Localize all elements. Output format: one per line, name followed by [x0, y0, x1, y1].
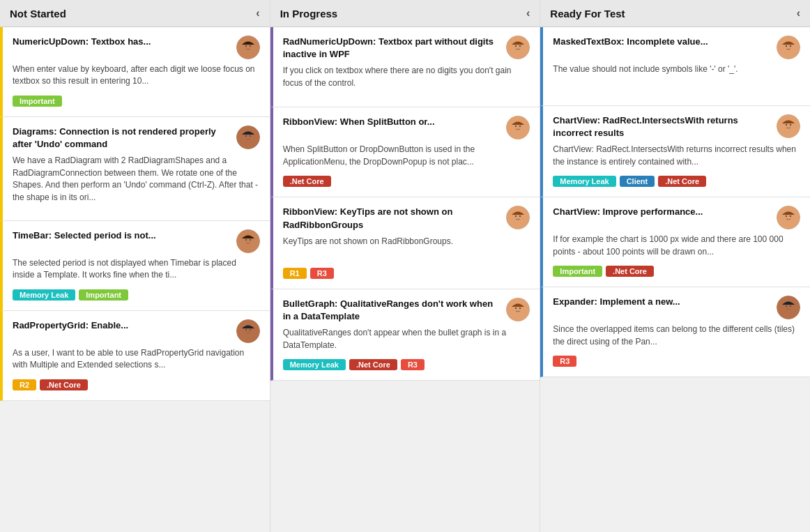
card-tag[interactable]: Memory Leak — [283, 359, 346, 370]
svg-point-23 — [515, 45, 517, 47]
card-title: TimeBar: Selected period is not... — [13, 229, 156, 242]
column-collapse-ready-for-test[interactable]: ‹ — [797, 7, 800, 20]
card[interactable]: MaskedTextBox: Incomplete value... The v… — [540, 27, 810, 106]
avatar — [236, 36, 260, 59]
svg-point-19 — [249, 329, 250, 330]
card-description: When SplitButton or DropDownButton is us… — [283, 144, 530, 169]
card-top: TimeBar: Selected period is not... — [13, 229, 260, 253]
card-tag[interactable]: .Net Core — [658, 176, 706, 187]
card-tag[interactable]: Important — [553, 266, 602, 277]
card-tags: Memory Leak.Net CoreR3 — [283, 359, 530, 370]
card-top: Diagrams: Connection is not rendered pro… — [13, 126, 260, 151]
card-top: ChartView: Improve performance... — [553, 206, 800, 229]
column-collapse-not-started[interactable]: ‹ — [256, 7, 259, 20]
svg-point-48 — [786, 124, 787, 126]
card-tags: R3 — [553, 356, 800, 367]
card-tag[interactable]: R2 — [13, 379, 36, 390]
card-title: Expander: Implement a new... — [553, 296, 680, 308]
card-description: ChartView: RadRect.IntersectsWith return… — [553, 144, 800, 169]
column-header-in-progress: In Progress‹ — [270, 0, 540, 27]
avatar — [777, 296, 800, 319]
card-description: We have a RadDiagram with 2 RadDiagramSh… — [13, 155, 260, 204]
avatar — [777, 114, 800, 138]
card-tag[interactable]: .Net Core — [40, 379, 88, 390]
column-not-started: Not Started‹NumericUpDown: Textbox has..… — [0, 0, 270, 532]
card-tag[interactable]: R1 — [283, 268, 307, 279]
svg-point-39 — [519, 307, 521, 309]
column-collapse-in-progress[interactable]: ‹ — [526, 7, 530, 20]
svg-point-29 — [519, 126, 521, 127]
card[interactable]: RadPropertyGrid: Enable... As a user, I … — [0, 311, 270, 401]
card-title: ChartView: RadRect.IntersectsWith return… — [553, 114, 765, 139]
svg-point-44 — [790, 45, 791, 47]
card-tags: Important.Net Core — [553, 266, 800, 277]
svg-point-9 — [249, 135, 250, 137]
avatar — [506, 36, 530, 59]
svg-point-28 — [515, 126, 517, 127]
column-ready-for-test: Ready For Test‹MaskedTextBox: Incomplete… — [540, 0, 810, 532]
card-title: RadPropertyGrid: Enable... — [13, 319, 128, 332]
svg-point-58 — [786, 305, 787, 307]
card-title: MaskedTextBox: Incomplete value... — [553, 36, 708, 48]
svg-point-53 — [786, 215, 787, 217]
card[interactable]: ChartView: Improve performance... If for… — [540, 197, 810, 287]
card[interactable]: TimeBar: Selected period is not... The s… — [0, 221, 270, 311]
card-tag[interactable]: R3 — [310, 268, 334, 279]
card-top: NumericUpDown: Textbox has... — [13, 36, 260, 59]
card[interactable]: Expander: Implement a new... Since the o… — [540, 287, 810, 377]
avatar — [236, 229, 260, 253]
svg-point-24 — [519, 45, 521, 47]
card[interactable]: RibbonView: KeyTips are not shown on Rad… — [270, 197, 540, 289]
avatar — [506, 298, 530, 321]
card-tag[interactable]: Memory Leak — [13, 289, 75, 301]
card-tag[interactable]: .Net Core — [283, 176, 331, 187]
card[interactable]: RadNumericUpDown: Textbox part without d… — [270, 27, 540, 107]
card-tags: Memory LeakImportant — [13, 289, 260, 301]
card-tag[interactable]: Memory Leak — [553, 176, 616, 187]
card-tag[interactable]: Important — [13, 96, 62, 107]
card[interactable]: ChartView: RadRect.IntersectsWith return… — [540, 106, 810, 197]
card[interactable]: NumericUpDown: Textbox has... When enter… — [0, 27, 270, 117]
avatar — [236, 319, 260, 343]
card-description: If for example the chart is 1000 px wide… — [553, 234, 800, 259]
card-description: The value should not include symbols lik… — [553, 63, 800, 89]
card-description: As a user, I want to be able to use RadP… — [13, 347, 260, 372]
svg-point-14 — [249, 239, 250, 241]
card-tags: Important — [13, 96, 260, 107]
card-tag[interactable]: R3 — [553, 356, 576, 367]
card-tag[interactable]: Client — [620, 176, 655, 187]
card-top: RibbonView: KeyTips are not shown on Rad… — [283, 206, 530, 231]
column-header-ready-for-test: Ready For Test‹ — [540, 0, 810, 27]
card[interactable]: Diagrams: Connection is not rendered pro… — [0, 117, 270, 221]
column-title-in-progress: In Progress — [280, 8, 338, 20]
card-top: Expander: Implement a new... — [553, 296, 800, 319]
card-title: ChartView: Improve performance... — [553, 206, 703, 218]
card-top: RadNumericUpDown: Textbox part without d… — [283, 36, 530, 61]
cards-container-in-progress: RadNumericUpDown: Textbox part without d… — [270, 27, 540, 381]
svg-point-34 — [519, 215, 521, 217]
card-title: Diagrams: Connection is not rendered pro… — [13, 126, 225, 151]
card-top: RibbonView: When SplitButton or... — [283, 116, 530, 139]
card-tag[interactable]: .Net Core — [606, 266, 654, 277]
card[interactable]: BulletGraph: QualitativeRanges don't wor… — [270, 289, 540, 381]
card-title: RibbonView: KeyTips are not shown on Rad… — [283, 206, 496, 231]
card-tag[interactable]: R3 — [401, 359, 425, 370]
avatar — [506, 206, 530, 229]
card-tag[interactable]: Important — [79, 289, 128, 301]
svg-point-38 — [515, 307, 517, 309]
card-top: MaskedTextBox: Incomplete value... — [553, 36, 800, 59]
card-tags: R1R3 — [283, 268, 530, 279]
card-description: When enter value by keyboard, after each… — [13, 63, 260, 89]
card[interactable]: RibbonView: When SplitButton or... When … — [270, 107, 540, 197]
avatar — [777, 206, 800, 229]
svg-point-13 — [245, 239, 246, 241]
card-description: QualitativeRanges don't appear when the … — [283, 327, 530, 352]
svg-point-4 — [249, 45, 250, 47]
card-top: BulletGraph: QualitativeRanges don't wor… — [283, 298, 530, 323]
card-tag[interactable]: .Net Core — [349, 359, 397, 370]
svg-point-49 — [790, 124, 791, 126]
card-title: NumericUpDown: Textbox has... — [13, 36, 151, 48]
card-tags: .Net Core — [283, 176, 530, 187]
card-description: The selected period is not displayed whe… — [13, 257, 260, 282]
svg-point-3 — [245, 45, 246, 47]
